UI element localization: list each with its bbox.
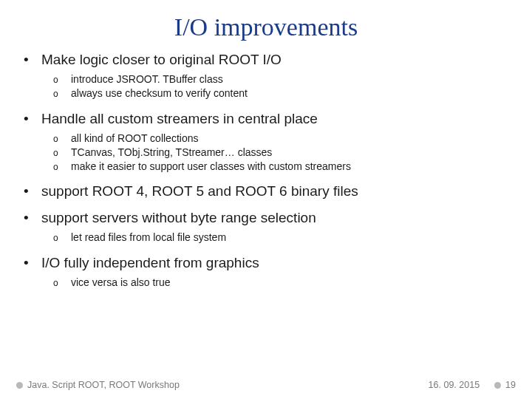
bullet-icon: • xyxy=(21,52,41,68)
dot-icon xyxy=(494,382,501,389)
list-item: • support ROOT 4, ROOT 5 and ROOT 6 bina… xyxy=(21,183,511,200)
slide-title: I/O improvements xyxy=(21,13,511,41)
footer-page-number: 19 xyxy=(505,380,516,390)
bullet-text: Handle all custom streamers in central p… xyxy=(41,111,318,127)
bullet-icon: • xyxy=(21,183,41,200)
sub-item: oall kind of ROOT collections xyxy=(21,132,511,146)
list-item: • Handle all custom streamers in central… xyxy=(21,111,511,174)
sub-item: oalways use checksum to verify content xyxy=(21,86,511,100)
bullet-text: Make logic closer to original ROOT I/O xyxy=(41,52,282,68)
sub-list: oall kind of ROOT collections oTCanvas, … xyxy=(21,132,511,174)
list-item: • Make logic closer to original ROOT I/O… xyxy=(21,52,511,100)
bullet-icon: • xyxy=(21,255,41,271)
circle-icon: o xyxy=(53,88,71,100)
bullet-list: • Make logic closer to original ROOT I/O… xyxy=(21,52,511,290)
sub-list: olet read files from local file system xyxy=(21,231,511,245)
sub-item: oTCanvas, TObj.String, TStreamer… classe… xyxy=(21,146,511,160)
sub-item: ointroduce JSROOT. TBuffer class xyxy=(21,72,511,86)
bullet-text: support ROOT 4, ROOT 5 and ROOT 6 binary… xyxy=(41,183,358,200)
footer-date: 16. 09. 2015 xyxy=(429,380,480,390)
sub-text: always use checksum to verify content xyxy=(71,86,248,100)
circle-icon: o xyxy=(53,74,71,86)
sub-item: omake it easier to support user classes … xyxy=(21,160,511,174)
sub-text: let read files from local file system xyxy=(71,231,226,245)
circle-icon: o xyxy=(53,147,71,159)
sub-item: ovice versa is also true xyxy=(21,276,511,290)
bullet-icon: • xyxy=(21,210,41,226)
dot-icon xyxy=(16,382,23,389)
bullet-text: support servers without byte range selec… xyxy=(41,210,316,226)
sub-list: ovice versa is also true xyxy=(21,276,511,290)
bullet-icon: • xyxy=(21,111,41,127)
footer-left: Java. Script ROOT, ROOT Workshop xyxy=(16,380,180,390)
sub-text: introduce JSROOT. TBuffer class xyxy=(71,72,223,86)
circle-icon: o xyxy=(53,277,71,289)
footer: Java. Script ROOT, ROOT Workshop 16. 09.… xyxy=(0,380,532,390)
sub-text: make it easier to support user classes w… xyxy=(71,160,351,174)
list-item: • support servers without byte range sel… xyxy=(21,210,511,245)
circle-icon: o xyxy=(53,161,71,173)
list-item: • I/O fully independent from graphics ov… xyxy=(21,255,511,290)
circle-icon: o xyxy=(53,133,71,145)
sub-text: all kind of ROOT collections xyxy=(71,132,198,146)
bullet-text: I/O fully independent from graphics xyxy=(41,255,259,271)
sub-list: ointroduce JSROOT. TBuffer class oalways… xyxy=(21,72,511,100)
footer-page: 19 xyxy=(494,380,516,390)
circle-icon: o xyxy=(53,232,71,244)
footer-left-text: Java. Script ROOT, ROOT Workshop xyxy=(27,380,180,390)
sub-item: olet read files from local file system xyxy=(21,231,511,245)
sub-text: vice versa is also true xyxy=(71,276,171,290)
sub-text: TCanvas, TObj.String, TStreamer… classes xyxy=(71,146,272,160)
